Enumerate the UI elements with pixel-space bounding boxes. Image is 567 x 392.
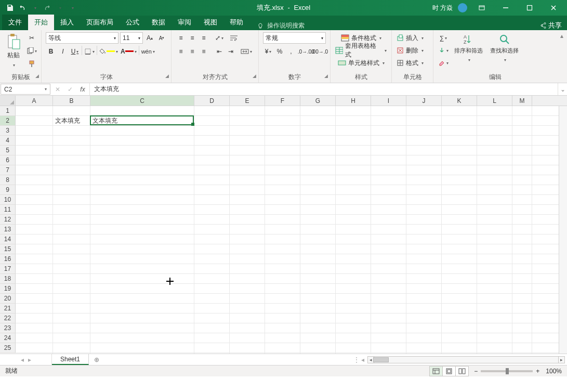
sort-filter-button[interactable]: AZ 排序和筛选 xyxy=(452,32,485,64)
column-header-L[interactable]: L xyxy=(477,96,512,106)
sheet-nav[interactable]: ◂▸ xyxy=(0,354,52,365)
row-header-8[interactable]: 8 xyxy=(0,175,16,185)
row-header-14[interactable]: 14 xyxy=(0,234,16,244)
paste-button[interactable]: 粘贴 xyxy=(4,32,23,69)
redo-dropdown[interactable] xyxy=(54,2,65,14)
percent-format-icon[interactable]: % xyxy=(274,46,285,57)
row-header-13[interactable]: 13 xyxy=(0,225,16,234)
font-size-select[interactable]: 11▾ xyxy=(120,32,143,44)
underline-button[interactable]: U xyxy=(70,46,80,57)
cut-icon[interactable]: ✂ xyxy=(26,32,37,44)
row-header-4[interactable]: 4 xyxy=(0,136,16,146)
row-header-7[interactable]: 7 xyxy=(0,165,16,175)
tab-home[interactable]: 开始 xyxy=(28,15,54,30)
row-header-1[interactable]: 1 xyxy=(0,106,16,116)
format-cells-button[interactable]: 格式 xyxy=(396,57,424,69)
tab-page-layout[interactable]: 页面布局 xyxy=(80,15,120,30)
cell-B2[interactable]: 文本填充 xyxy=(53,116,90,126)
align-right-icon[interactable]: ≡ xyxy=(199,46,209,57)
column-header-K[interactable]: K xyxy=(442,96,477,106)
column-header-I[interactable]: I xyxy=(371,96,406,106)
clipboard-dialog-launcher[interactable]: ◢ xyxy=(35,73,39,79)
find-select-button[interactable]: 查找和选择 xyxy=(488,32,521,64)
italic-button[interactable]: I xyxy=(58,46,68,57)
fill-color-button[interactable] xyxy=(99,46,118,57)
increase-decimal-icon[interactable]: .0→.00 xyxy=(300,46,312,57)
phonetic-guide-button[interactable]: wén xyxy=(141,46,155,57)
tab-file[interactable]: 文件 xyxy=(2,15,28,30)
horizontal-scrollbar[interactable]: ◂▸ xyxy=(367,356,565,363)
column-header-E[interactable]: E xyxy=(230,96,265,106)
tab-view[interactable]: 视图 xyxy=(197,15,223,30)
vertical-scrollbar[interactable] xyxy=(559,106,567,354)
column-header-M[interactable]: M xyxy=(512,96,532,106)
row-header-3[interactable]: 3 xyxy=(0,126,16,136)
tab-formulas[interactable]: 公式 xyxy=(120,15,146,30)
row-header-23[interactable]: 23 xyxy=(0,323,16,333)
row-header-25[interactable]: 25 xyxy=(0,343,16,353)
row-header-17[interactable]: 17 xyxy=(0,264,16,274)
tab-help[interactable]: 帮助 xyxy=(223,15,249,30)
increase-indent-icon[interactable]: ⇥ xyxy=(226,46,236,57)
tab-data[interactable]: 数据 xyxy=(146,15,172,30)
row-header-9[interactable]: 9 xyxy=(0,185,16,195)
cells-area[interactable]: 文本填充文本填充 xyxy=(16,106,559,354)
row-header-18[interactable]: 18 xyxy=(0,274,16,284)
collapse-ribbon-icon[interactable]: ▴ xyxy=(557,30,567,83)
wrap-text-icon[interactable] xyxy=(229,32,239,44)
zoom-in-button[interactable]: + xyxy=(536,368,539,375)
cancel-icon[interactable]: ✕ xyxy=(53,86,62,93)
align-top-icon[interactable]: ≡ xyxy=(176,32,186,44)
cell-styles-button[interactable]: 单元格样式 xyxy=(335,57,387,69)
avatar[interactable] xyxy=(458,3,467,12)
fill-icon[interactable] xyxy=(438,45,449,56)
insert-cells-button[interactable]: 插入 xyxy=(396,32,424,44)
orientation-icon[interactable]: ⤢ xyxy=(214,32,225,44)
row-header-10[interactable]: 10 xyxy=(0,195,16,205)
sheet-tab-sheet1[interactable]: Sheet1 xyxy=(52,354,89,365)
enter-icon[interactable]: ✓ xyxy=(65,86,75,93)
font-dialog-launcher[interactable]: ◢ xyxy=(165,73,169,79)
expand-formula-bar-icon[interactable]: ⌄ xyxy=(558,83,567,95)
share-button[interactable]: 共享 xyxy=(539,21,562,30)
row-header-24[interactable]: 24 xyxy=(0,333,16,343)
delete-cells-button[interactable]: 删除 xyxy=(396,45,424,56)
row-header-21[interactable]: 21 xyxy=(0,304,16,313)
format-painter-icon[interactable] xyxy=(26,58,37,70)
row-header-20[interactable]: 20 xyxy=(0,294,16,304)
paste-dropdown[interactable] xyxy=(12,61,15,68)
comma-format-icon[interactable]: , xyxy=(286,46,296,57)
close-icon[interactable] xyxy=(544,0,563,16)
decrease-indent-icon[interactable]: ⇤ xyxy=(214,46,225,57)
formula-input[interactable]: 文本填充 xyxy=(90,83,558,95)
autosum-icon[interactable]: ∑ xyxy=(438,32,449,44)
number-format-select[interactable]: 常规▾ xyxy=(263,32,326,44)
align-center-icon[interactable]: ≡ xyxy=(187,46,197,57)
page-break-view-icon[interactable] xyxy=(455,366,469,376)
fx-icon[interactable]: fx xyxy=(78,86,87,93)
alignment-dialog-launcher[interactable]: ◢ xyxy=(253,73,256,79)
merge-center-icon[interactable] xyxy=(240,46,253,57)
column-header-A[interactable]: A xyxy=(16,96,53,106)
zoom-out-button[interactable]: − xyxy=(474,368,478,375)
clear-icon[interactable] xyxy=(438,57,449,69)
font-name-select[interactable]: 等线▾ xyxy=(46,32,118,44)
save-icon[interactable] xyxy=(4,2,16,14)
page-layout-view-icon[interactable] xyxy=(442,366,456,376)
undo-icon[interactable] xyxy=(17,2,28,14)
name-box[interactable]: C2▾ xyxy=(1,84,50,95)
font-color-button[interactable]: A xyxy=(120,46,137,57)
align-left-icon[interactable]: ≡ xyxy=(176,46,186,57)
align-middle-icon[interactable]: ≡ xyxy=(187,32,197,44)
normal-view-icon[interactable] xyxy=(429,366,443,376)
minimize-icon[interactable] xyxy=(496,0,515,16)
border-button[interactable] xyxy=(84,46,95,57)
format-as-table-button[interactable]: 套用表格格式 xyxy=(335,45,387,56)
decrease-font-icon[interactable]: A▾ xyxy=(156,32,167,44)
row-header-6[interactable]: 6 xyxy=(0,155,16,165)
increase-font-icon[interactable]: A▴ xyxy=(144,32,155,44)
row-header-16[interactable]: 16 xyxy=(0,254,16,264)
maximize-icon[interactable] xyxy=(520,0,539,16)
column-header-J[interactable]: J xyxy=(406,96,442,106)
row-header-11[interactable]: 11 xyxy=(0,205,16,215)
